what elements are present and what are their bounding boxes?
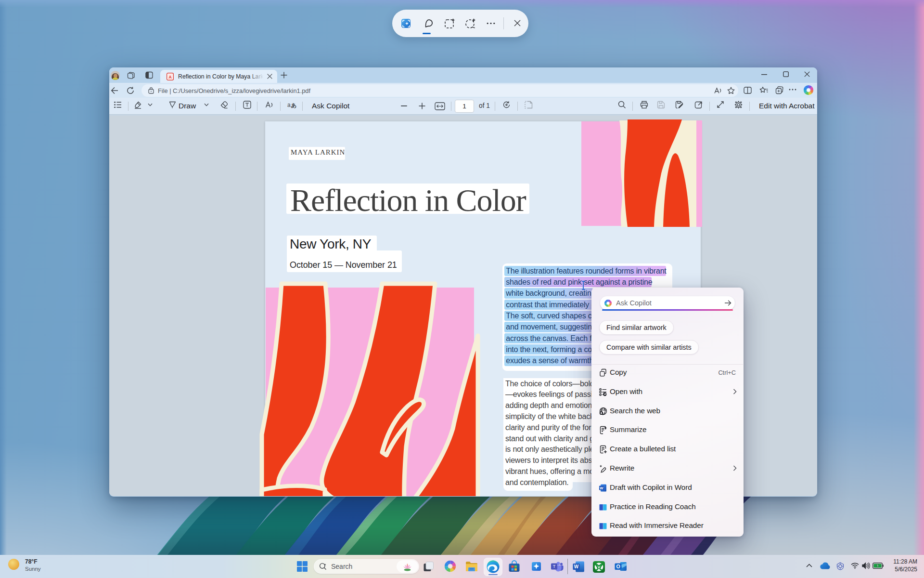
svg-text:W: W bbox=[600, 486, 603, 490]
svg-text:A: A bbox=[168, 74, 171, 79]
svg-text:W: W bbox=[574, 564, 579, 569]
svg-text:あ: あ bbox=[291, 103, 297, 108]
svg-text:O: O bbox=[616, 564, 620, 569]
svg-text:T: T bbox=[553, 564, 556, 569]
svg-text:a: a bbox=[287, 102, 291, 108]
